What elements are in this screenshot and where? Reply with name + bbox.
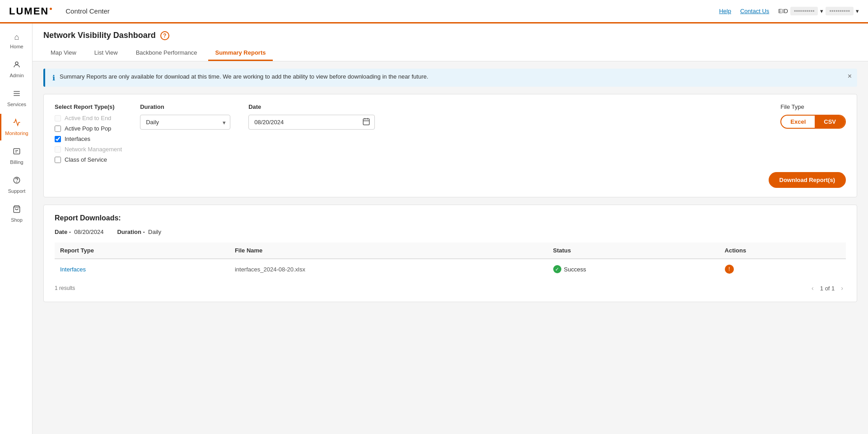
tab-map-view[interactable]: Map View [43,46,84,61]
download-btn-row: Download Report(s) [55,172,846,188]
filter-date-label: Date - [55,229,71,235]
report-downloads-section: Report Downloads: Date - 08/20/2024 Dura… [43,205,857,302]
sidebar-item-support-label: Support [8,188,26,194]
download-reports-button[interactable]: Download Report(s) [769,172,846,188]
table-header: Report Type File Name Status Actions [55,243,846,259]
checkbox-class-of-service[interactable]: Class of Service [55,156,122,163]
checkbox-network-management[interactable]: Network Management [55,146,122,153]
support-icon [13,176,21,187]
excel-btn[interactable]: Excel [781,116,815,128]
date-input-wrapper [248,115,375,130]
main-content: Network Visibility Dashboard ? Map View … [33,23,868,434]
table-body: Interfaces interfaces_2024-08-20.xlsx ✓ … [55,259,846,279]
results-count: 1 results [55,285,75,291]
eid-value: •••••••••• [790,7,818,15]
tabs-container: Map View List View Backbone Performance … [43,46,857,61]
report-form-section: Select Report Type(s) Active End to End … [43,94,857,197]
checkbox-active-pop-to-pop-input[interactable] [55,126,61,132]
duration-select[interactable]: Daily Weekly Monthly [140,115,230,130]
cell-actions: ! [719,259,846,279]
sidebar-item-admin[interactable]: Admin [0,56,32,83]
sidebar-item-support[interactable]: Support [0,172,32,198]
cell-status: ✓ Success [548,259,719,279]
info-banner-close[interactable]: × [848,72,852,80]
sidebar-item-billing-label: Billing [10,159,23,165]
sidebar-item-shop[interactable]: Shop [0,201,32,227]
report-table: Report Type File Name Status Actions Int… [55,243,846,279]
billing-icon [13,147,21,158]
prev-page-button[interactable]: ‹ [809,284,817,293]
cell-file-name: interfaces_2024-08-20.xlsx [229,259,548,279]
col-file-name: File Name [229,243,548,259]
help-circle-button[interactable]: ? [160,31,169,40]
checkbox-interfaces-label: Interfaces [65,135,90,142]
status-success: ✓ Success [553,265,714,273]
filter-duration: Duration - Daily [117,229,161,235]
duration-select-wrapper: Daily Weekly Monthly ▾ [140,115,230,130]
account-value: •••••••••• [826,7,854,15]
logo-dot [50,8,52,10]
sidebar-item-monitoring[interactable]: Monitoring [0,114,32,140]
chevron-down-icon[interactable]: ▾ [820,8,823,14]
sidebar-item-home-label: Home [10,44,23,49]
sidebar-item-services[interactable]: Services [0,85,32,112]
report-filters: Date - 08/20/2024 Duration - Daily [55,229,846,235]
form-row: Select Report Type(s) Active End to End … [55,103,846,163]
app-title: Control Center [65,7,719,15]
csv-btn[interactable]: CSV [815,116,845,128]
file-type-label: File Type [780,103,846,110]
svg-point-0 [15,62,18,65]
tab-list-view[interactable]: List View [87,46,125,61]
page-of: of [825,285,831,292]
tab-backbone-performance[interactable]: Backbone Performance [129,46,205,61]
current-page: 1 [820,285,823,292]
account-chevron-icon[interactable]: ▾ [856,8,859,14]
help-link[interactable]: Help [719,8,731,14]
date-group: Date [248,103,375,130]
top-bar-right: Help Contact Us EID •••••••••• ▾ •••••••… [719,7,859,15]
svg-rect-4 [14,149,20,154]
success-checkmark-icon: ✓ [553,265,561,273]
col-report-type: Report Type [55,243,229,259]
calendar-icon[interactable] [362,117,370,127]
report-type-label: Select Report Type(s) [55,103,122,110]
sidebar-item-shop-label: Shop [11,217,23,223]
admin-icon [13,61,21,71]
page-title: Network Visibility Dashboard [43,31,156,40]
eid-section: EID •••••••••• ▾ •••••••••• ▾ [778,7,859,15]
date-input[interactable] [248,115,375,130]
sidebar-item-home[interactable]: ⌂ Home [0,28,32,54]
contact-link[interactable]: Contact Us [740,8,769,14]
report-type-link[interactable]: Interfaces [60,266,86,273]
monitoring-icon [13,118,21,129]
checkbox-network-management-label: Network Management [65,146,122,153]
checkbox-active-pop-to-pop[interactable]: Active Pop to Pop [55,125,122,132]
sidebar-item-monitoring-label: Monitoring [5,131,28,136]
col-status: Status [548,243,719,259]
sidebar-item-billing[interactable]: Billing [0,143,32,169]
pagination-row: 1 results ‹ 1 of 1 › [55,284,846,293]
sidebar: ⌂ Home Admin Services Monitoring Billi [0,23,33,434]
next-page-button[interactable]: › [838,284,846,293]
home-icon: ⌂ [14,33,19,42]
checkbox-active-end-to-end-label: Active End to End [65,115,111,121]
checkbox-network-management-input[interactable] [55,146,61,153]
shop-icon [13,205,21,215]
file-type-toggle: Excel CSV [780,115,846,129]
action-info-icon[interactable]: ! [725,265,734,274]
svg-rect-10 [363,119,369,125]
checkbox-interfaces[interactable]: Interfaces [55,135,122,142]
logo-text: LUMEN [9,5,49,17]
report-type-group: Select Report Type(s) Active End to End … [55,103,122,163]
tab-summary-reports[interactable]: Summary Reports [208,46,273,61]
checkbox-class-of-service-input[interactable] [55,157,61,163]
file-type-group: File Type Excel CSV [780,103,846,129]
checkbox-active-end-to-end[interactable]: Active End to End [55,115,122,121]
checkbox-active-end-to-end-input[interactable] [55,115,61,121]
main-layout: ⌂ Home Admin Services Monitoring Billi [0,23,868,434]
cell-report-type: Interfaces [55,259,229,279]
checkbox-interfaces-input[interactable] [55,136,61,142]
col-actions: Actions [719,243,846,259]
page-info: 1 of 1 [820,285,835,292]
info-icon: ℹ [52,74,55,82]
